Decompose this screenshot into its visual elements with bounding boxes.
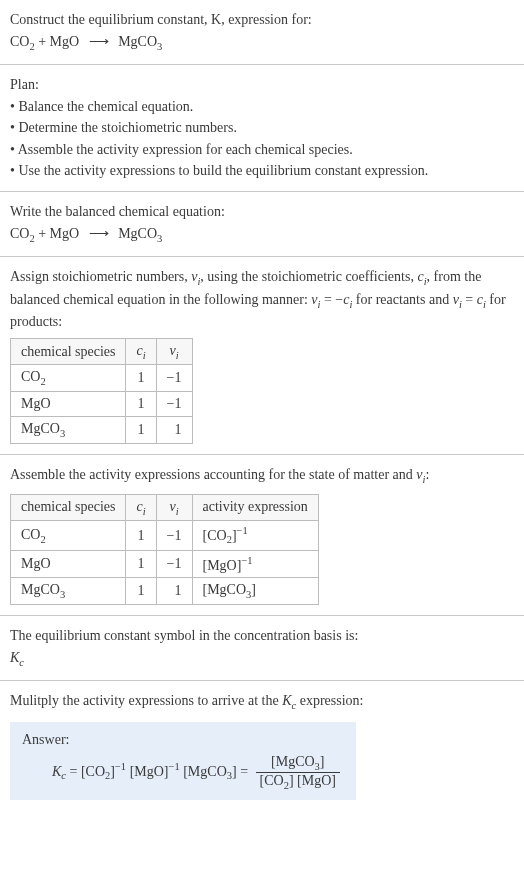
mgco3-sub: 3 xyxy=(60,589,65,600)
kc: K xyxy=(52,763,61,778)
answer-label: Answer: xyxy=(22,732,344,748)
col-vi: νi xyxy=(156,494,192,521)
activity-section: Assemble the activity expressions accoun… xyxy=(0,455,524,616)
arrow-icon: ⟶ xyxy=(89,224,109,244)
col-activity: activity expression xyxy=(192,494,318,521)
ae-b: ] xyxy=(251,582,256,597)
table-row: MgCO3 1 1 [MgCO3] xyxy=(11,578,319,605)
eq: = xyxy=(462,292,477,307)
cell-vi: −1 xyxy=(156,550,192,578)
mgco3: MgCO xyxy=(21,421,60,436)
table-row: MgO 1 −1 xyxy=(11,392,193,417)
ae-a: [CO xyxy=(203,528,227,543)
plan-bullet-3: • Assemble the activity expression for e… xyxy=(10,140,514,160)
plus-mgo: + MgO xyxy=(35,226,83,241)
ae-a: [MgCO xyxy=(203,582,247,597)
balanced-equation: CO2 + MgO ⟶ MgCO3 xyxy=(10,224,514,246)
construct-label: Construct the equilibrium constant, K, e… xyxy=(10,12,312,27)
cell-ci: 1 xyxy=(126,392,156,417)
stoich-text-i: for reactants and xyxy=(352,292,452,307)
co2: CO xyxy=(10,34,29,49)
construct-text: Construct the equilibrium constant, K, e… xyxy=(10,10,514,30)
cell-vi: −1 xyxy=(156,392,192,417)
cell-ci: 1 xyxy=(126,521,156,550)
mgco3-sub: 3 xyxy=(157,40,162,51)
co2: CO xyxy=(21,369,40,384)
table-row: CO2 1 −1 [CO2]−1 xyxy=(11,521,319,550)
symbol-title: The equilibrium constant symbol in the c… xyxy=(10,626,514,646)
activity-table: chemical species ci νi activity expressi… xyxy=(10,494,319,606)
ae-sup: −1 xyxy=(237,525,248,536)
co2: CO xyxy=(10,226,29,241)
plus-mgo: + MgO xyxy=(35,34,83,49)
cell-species: CO2 xyxy=(11,365,126,392)
cell-species: MgCO3 xyxy=(11,417,126,444)
den-a: [CO xyxy=(260,773,284,788)
col-ci: ci xyxy=(126,338,156,365)
col-vi: νi xyxy=(156,338,192,365)
mgco3: [MgCO xyxy=(180,763,227,778)
cell-ci: 1 xyxy=(126,550,156,578)
cell-species: MgO xyxy=(11,550,126,578)
plan-title: Plan: xyxy=(10,75,514,95)
mgco3: MgCO xyxy=(115,34,157,49)
num-b: ] xyxy=(320,754,325,769)
kc-sub: c xyxy=(19,657,24,668)
arrow-icon: ⟶ xyxy=(89,32,109,52)
cell-activity: [CO2]−1 xyxy=(192,521,318,550)
mgo: [MgO] xyxy=(126,763,168,778)
stoich-text-a: Assign stoichiometric numbers, xyxy=(10,269,191,284)
fraction: [MgCO3][CO2] [MgO] xyxy=(256,754,340,791)
answer-box: Answer: Kc = [CO2]−1 [MgO]−1 [MgCO3] = [… xyxy=(10,722,356,801)
col-species: chemical species xyxy=(11,494,126,521)
table-header-row: chemical species ci νi xyxy=(11,338,193,365)
eq-neg: = − xyxy=(320,292,343,307)
numerator: [MgCO3] xyxy=(256,754,340,773)
symbol-section: The equilibrium constant symbol in the c… xyxy=(0,616,524,681)
co2-sub: 2 xyxy=(40,376,45,387)
mgco3-sub: 3 xyxy=(60,428,65,439)
multiply-title-a: Mulitply the activity expressions to arr… xyxy=(10,693,282,708)
header-equation: CO2 + MgO ⟶ MgCO3 xyxy=(10,32,514,54)
cell-ci: 1 xyxy=(126,365,156,392)
header-section: Construct the equilibrium constant, K, e… xyxy=(0,0,524,65)
mgco3: MgCO xyxy=(21,582,60,597)
balanced-section: Write the balanced chemical equation: CO… xyxy=(0,192,524,257)
cell-species: MgO xyxy=(11,392,126,417)
den-b: ] [MgO] xyxy=(289,773,336,788)
bracket-eq: ] = xyxy=(232,763,252,778)
stoich-section: Assign stoichiometric numbers, νi, using… xyxy=(0,257,524,455)
mgco3-sub: 3 xyxy=(157,232,162,243)
stoich-text-c: , using the stoichiometric coefficients, xyxy=(200,269,417,284)
co2: CO xyxy=(21,527,40,542)
co2-sub: 2 xyxy=(40,533,45,544)
kc: K xyxy=(282,693,291,708)
multiply-title-c: expression: xyxy=(296,693,363,708)
plan-bullet-2: • Determine the stoichiometric numbers. xyxy=(10,118,514,138)
balanced-title: Write the balanced chemical equation: xyxy=(10,202,514,222)
vi-sub: i xyxy=(176,349,179,360)
col-species: chemical species xyxy=(11,338,126,365)
table-row: MgO 1 −1 [MgO]−1 xyxy=(11,550,319,578)
table-row: MgCO3 1 1 xyxy=(11,417,193,444)
col-ci: ci xyxy=(126,494,156,521)
activity-title: Assemble the activity expressions accoun… xyxy=(10,465,514,487)
symbol-value: Kc xyxy=(10,648,514,670)
cell-ci: 1 xyxy=(126,578,156,605)
stoich-text: Assign stoichiometric numbers, νi, using… xyxy=(10,267,514,332)
cell-activity: [MgCO3] xyxy=(192,578,318,605)
ae-a: [MgO] xyxy=(203,557,242,572)
ci-sub: i xyxy=(143,505,146,516)
mgco3: MgCO xyxy=(115,226,157,241)
cell-vi: −1 xyxy=(156,365,192,392)
multiply-section: Mulitply the activity expressions to arr… xyxy=(0,681,524,818)
cell-vi: 1 xyxy=(156,578,192,605)
plan-bullet-1: • Balance the chemical equation. xyxy=(10,97,514,117)
plan-section: Plan: • Balance the chemical equation. •… xyxy=(0,65,524,192)
cell-species: CO2 xyxy=(11,521,126,550)
activity-title-c: : xyxy=(425,467,429,482)
num-a: [MgCO xyxy=(271,754,315,769)
table-header-row: chemical species ci νi activity expressi… xyxy=(11,494,319,521)
activity-title-a: Assemble the activity expressions accoun… xyxy=(10,467,416,482)
sup1: −1 xyxy=(115,761,126,772)
